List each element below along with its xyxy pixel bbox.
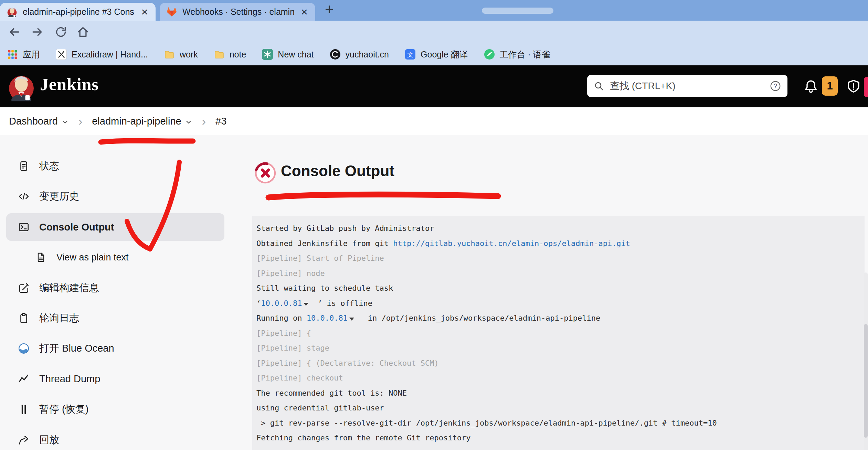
console-line: Obtained Jenkinsfile from git http://git… [256, 236, 861, 251]
browser-tab-strip: eladmin-api-pipeline #3 Cons × Webhooks … [0, 0, 868, 21]
jenkins-header: Jenkins 查找 (CTRL+K) ? 1 [0, 65, 868, 107]
tab-close-icon[interactable]: × [140, 6, 149, 18]
google-translate-icon: 文 [405, 49, 416, 60]
sidebar-item-label: 打开 Blue Ocean [39, 342, 114, 355]
jenkins-brand[interactable]: Jenkins [40, 74, 99, 94]
sidebar-item-状态[interactable]: 状态 [6, 152, 224, 180]
pause-icon [18, 404, 30, 415]
excalidraw-icon [56, 49, 67, 60]
sidebar-item-轮询日志[interactable]: 轮询日志 [6, 304, 224, 332]
forward-icon[interactable] [31, 25, 44, 39]
tab-close-icon[interactable]: × [299, 6, 309, 18]
console-text: ‘ [256, 299, 261, 308]
back-icon[interactable] [8, 25, 21, 39]
console-text: [Pipeline] stage [256, 344, 329, 352]
console-text: Running on [256, 314, 307, 322]
bookmark-item[interactable]: note [214, 49, 246, 60]
chevron-down-icon[interactable] [185, 118, 192, 126]
bookmark-item[interactable]: 应用 [7, 49, 40, 60]
new-tab-button[interactable]: + [325, 1, 334, 18]
chatgpt-icon [262, 49, 273, 60]
tab-jenkins-console[interactable]: eladmin-api-pipeline #3 Cons × [0, 3, 156, 21]
console-output-log: Started by GitLab push by AdministratorO… [252, 216, 865, 450]
jenkins-favicon-icon [6, 6, 18, 18]
sidebar-item-回放[interactable]: 回放 [6, 426, 224, 450]
polling-log-icon [18, 312, 30, 324]
terminal-icon [18, 221, 30, 233]
sidebar-item-thread-dump[interactable]: Thread Dump [6, 365, 224, 393]
console-text: > git rev-parse --resolve-git-dir /opt/j… [256, 419, 717, 427]
sidebar-item-label: View as plain text [56, 252, 129, 263]
sidebar-item-label: 变更历史 [39, 190, 79, 203]
search-input[interactable]: 查找 (CTRL+K) ? [587, 75, 787, 97]
console-line: [Pipeline] Start of Pipeline [256, 251, 861, 266]
bookmark-label: note [230, 50, 246, 60]
breadcrumb-separator: › [78, 115, 82, 128]
window-drag-pill [482, 8, 553, 14]
sidebar-item-打开-blue-ocean[interactable]: 打开 Blue Ocean [6, 335, 224, 362]
sidebar-item-label: 编辑构建信息 [39, 281, 99, 295]
tab-gitlab-webhooks[interactable]: Webhooks · Settings · elamin- × [160, 3, 315, 21]
yuque-icon [484, 49, 495, 60]
console-text: The recommended git tool is: NONE [256, 389, 407, 397]
console-line: [Pipeline] { [256, 326, 861, 341]
console-line: skipping resolution of commit remotes/or… [256, 446, 861, 450]
notifications-bell-icon[interactable] [803, 78, 818, 94]
jenkins-logo-icon[interactable] [6, 70, 37, 103]
breadcrumb-separator: › [202, 115, 206, 128]
console-line: Running on 10.0.0.81 in /opt/jenkins_job… [256, 311, 861, 326]
bookmark-item[interactable]: 文Google 翻译 [405, 49, 468, 60]
gitlab-favicon-icon [166, 6, 178, 18]
notification-badge[interactable]: 1 [822, 76, 838, 96]
agent-dropdown-caret-icon[interactable] [304, 303, 308, 306]
help-icon[interactable]: ? [770, 80, 781, 92]
console-link[interactable]: http://gitlab.yuchaoit.cn/elamin-ops/ela… [393, 239, 630, 248]
sidebar-item-console-output[interactable]: Console Output [6, 213, 224, 241]
bookmark-item[interactable]: 工作台 · 语雀 [484, 49, 550, 60]
scrollbar-thumb[interactable] [864, 324, 868, 438]
sidebar-item-变更历史[interactable]: 变更历史 [6, 183, 224, 210]
console-text: [Pipeline] { (Declarative: Checkout SCM) [256, 359, 439, 367]
bookmark-item[interactable]: work [164, 49, 198, 60]
console-link[interactable]: 10.0.0.81 [307, 314, 348, 322]
console-line: ‘10.0.0.81 ’ is offline [256, 296, 861, 311]
page-content: 状态变更历史Console OutputView as plain text编辑… [0, 135, 868, 450]
sidebar-item-暂停-恢复-[interactable]: 暂停 (恢复) [6, 396, 224, 423]
breadcrumb-dashboard[interactable]: Dashboard [9, 116, 58, 127]
sidebar-item-编辑构建信息[interactable]: 编辑构建信息 [6, 274, 224, 302]
apps-grid-icon [7, 49, 18, 60]
page-title: Console Output [281, 162, 394, 180]
main-panel: Console Output Started by GitLab push by… [227, 135, 868, 450]
search-icon [593, 81, 604, 92]
sidebar-item-label: Thread Dump [39, 373, 100, 385]
breadcrumb-pipeline[interactable]: eladmin-api-pipeline [92, 116, 181, 127]
header-edge-button[interactable] [864, 77, 868, 97]
folder-icon [164, 49, 175, 60]
security-shield-icon[interactable] [846, 78, 861, 94]
console-text: [Pipeline] node [256, 269, 325, 278]
chevron-down-icon[interactable] [61, 118, 69, 126]
console-text: Fetching changes from the remote Git rep… [256, 433, 471, 442]
console-text: skipping resolution of commit remotes/or… [256, 449, 694, 450]
scrollbar[interactable] [864, 272, 868, 450]
console-text: [Pipeline] { [256, 329, 311, 338]
console-text: in /opt/jenkins_jobs/workspace/eladmin-a… [354, 314, 600, 322]
svg-text:?: ? [774, 83, 777, 89]
agent-dropdown-caret-icon[interactable] [349, 318, 354, 321]
sidebar-item-view-as-plain-text[interactable]: View as plain text [6, 244, 224, 271]
search-placeholder: 查找 (CTRL+K) [610, 79, 770, 93]
reload-icon[interactable] [54, 25, 67, 39]
console-line: [Pipeline] { (Declarative: Checkout SCM) [256, 356, 861, 371]
breadcrumb-build-number[interactable]: #3 [215, 116, 226, 127]
bookmark-item[interactable]: Excalidraw | Hand... [56, 49, 148, 60]
home-icon[interactable] [76, 25, 89, 39]
build-failed-status-icon [254, 162, 277, 184]
console-link[interactable]: 10.0.0.81 [261, 299, 302, 308]
bookmark-item[interactable]: New chat [262, 49, 314, 60]
bookmark-item[interactable]: yuchaoit.cn [330, 49, 389, 60]
sidebar-item-label: 轮询日志 [39, 311, 79, 325]
console-line: [Pipeline] stage [256, 341, 861, 356]
sidebar-item-label: 回放 [39, 433, 59, 447]
replay-icon [18, 434, 30, 446]
console-text: Started by GitLab push by Administrator [256, 224, 434, 233]
